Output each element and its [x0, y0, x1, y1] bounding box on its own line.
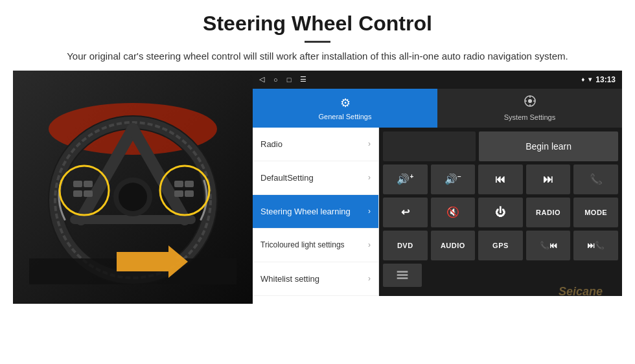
- svg-rect-28: [397, 274, 408, 276]
- page-header: Steering Wheel Control Your original car…: [0, 0, 635, 71]
- svg-rect-11: [73, 181, 82, 187]
- svg-point-8: [119, 183, 147, 211]
- menu-icon[interactable]: ☰: [300, 75, 306, 84]
- svg-point-22: [528, 99, 532, 103]
- power-button[interactable]: ⏻: [478, 198, 523, 227]
- menu-item-tricoloured[interactable]: Tricoloured light settings ›: [253, 229, 378, 262]
- location-icon: ♦: [581, 76, 584, 83]
- svg-rect-17: [174, 190, 183, 197]
- svg-rect-15: [174, 181, 183, 187]
- tab-general[interactable]: ⚙ General Settings: [253, 89, 437, 128]
- prev-track-button[interactable]: ⏮: [478, 165, 523, 194]
- begin-learn-row: Begin learn: [383, 131, 618, 161]
- svg-rect-13: [73, 190, 82, 197]
- menu-item-radio[interactable]: Radio ›: [253, 128, 378, 161]
- vol-down-button[interactable]: 🔊−: [431, 165, 476, 194]
- call-next-button[interactable]: ⏭📞: [573, 231, 618, 260]
- page-container: Steering Wheel Control Your original car…: [0, 0, 635, 304]
- menu-arrow-tricoloured: ›: [368, 240, 371, 249]
- clock: 13:13: [595, 75, 616, 84]
- menu-item-radio-label: Radio: [260, 139, 283, 149]
- hangup-button[interactable]: ↩: [383, 198, 428, 227]
- status-bar-left: ◁ ○ □ ☰: [259, 75, 306, 84]
- system-settings-icon: [524, 95, 537, 111]
- next-track-button[interactable]: ⏭: [526, 165, 571, 194]
- status-bar-right: ♦ ▾ 13:13: [581, 75, 616, 84]
- radio-button[interactable]: RADIO: [526, 198, 571, 227]
- page-title: Steering Wheel Control: [39, 12, 596, 36]
- content-area: Radio › DefaultSetting › Steering Wheel …: [253, 128, 622, 296]
- svg-rect-14: [84, 190, 93, 197]
- gps-button[interactable]: GPS: [478, 231, 523, 260]
- svg-rect-16: [185, 181, 194, 187]
- menu-item-whitelist-label: Whitelist setting: [260, 274, 319, 284]
- svg-rect-12: [84, 181, 93, 187]
- tab-system[interactable]: System Settings: [437, 89, 622, 128]
- mute-button[interactable]: 🔇: [431, 198, 476, 227]
- title-divider: [305, 41, 330, 43]
- svg-rect-18: [185, 190, 194, 197]
- android-panel: ◁ ○ □ ☰ ♦ ▾ 13:13 ⚙ General Sett: [253, 71, 622, 296]
- arrow-svg: [117, 245, 194, 284]
- dvd-button[interactable]: DVD: [383, 231, 428, 260]
- status-bar: ◁ ○ □ ☰ ♦ ▾ 13:13: [253, 71, 622, 89]
- control-row-4: [383, 264, 618, 287]
- mode-button[interactable]: MODE: [573, 198, 618, 227]
- menu-arrow-radio: ›: [368, 139, 371, 148]
- svg-rect-29: [397, 277, 408, 279]
- control-panel: Begin learn 🔊+ 🔊− ⏮: [379, 128, 622, 296]
- control-row-1: 🔊+ 🔊− ⏮ ⏭ 📞: [383, 165, 618, 194]
- menu-item-whitelist[interactable]: Whitelist setting ›: [253, 262, 378, 296]
- menu-arrow-default: ›: [368, 173, 371, 182]
- extra-btn[interactable]: [383, 264, 422, 287]
- tab-bar: ⚙ General Settings: [253, 89, 622, 128]
- call-button[interactable]: 📞: [573, 165, 618, 194]
- menu-item-steering[interactable]: Steering Wheel learning ›: [253, 195, 378, 229]
- svg-rect-27: [397, 271, 408, 273]
- recents-icon[interactable]: □: [287, 76, 292, 84]
- menu-list: Radio › DefaultSetting › Steering Wheel …: [253, 128, 379, 296]
- menu-item-tricoloured-label: Tricoloured light settings: [260, 240, 345, 249]
- control-row-2: ↩ 🔇 ⏻ RADIO MOD: [383, 198, 618, 227]
- menu-arrow-whitelist: ›: [368, 274, 371, 283]
- page-subtitle: Your original car's steering wheel contr…: [39, 49, 596, 64]
- back-icon[interactable]: ◁: [259, 75, 264, 84]
- list-icon: [396, 269, 409, 282]
- vol-up-button[interactable]: 🔊+: [383, 165, 428, 194]
- empty-cell-1: [383, 131, 476, 161]
- svg-marker-20: [117, 245, 188, 278]
- tab-general-label: General Settings: [319, 113, 372, 120]
- car-panel: [13, 71, 253, 304]
- menu-arrow-steering: ›: [368, 207, 371, 216]
- control-row-3: DVD AUDIO GPS 📞⏮: [383, 231, 618, 260]
- android-panel-wrapper: ◁ ○ □ ☰ ♦ ▾ 13:13 ⚙ General Sett: [253, 71, 622, 304]
- general-settings-icon: ⚙: [340, 96, 351, 110]
- home-icon[interactable]: ○: [273, 76, 278, 84]
- main-content: ◁ ○ □ ☰ ♦ ▾ 13:13 ⚙ General Sett: [13, 71, 622, 304]
- car-image: [13, 71, 253, 304]
- audio-button[interactable]: AUDIO: [431, 231, 476, 260]
- call-prev-button[interactable]: 📞⏮: [526, 231, 571, 260]
- menu-item-steering-label: Steering Wheel learning: [260, 207, 351, 216]
- wifi-icon: ▾: [588, 76, 592, 83]
- menu-item-default[interactable]: DefaultSetting ›: [253, 161, 378, 195]
- menu-item-default-label: DefaultSetting: [260, 173, 314, 183]
- tab-system-label: System Settings: [504, 113, 555, 121]
- begin-learn-button[interactable]: Begin learn: [479, 131, 618, 161]
